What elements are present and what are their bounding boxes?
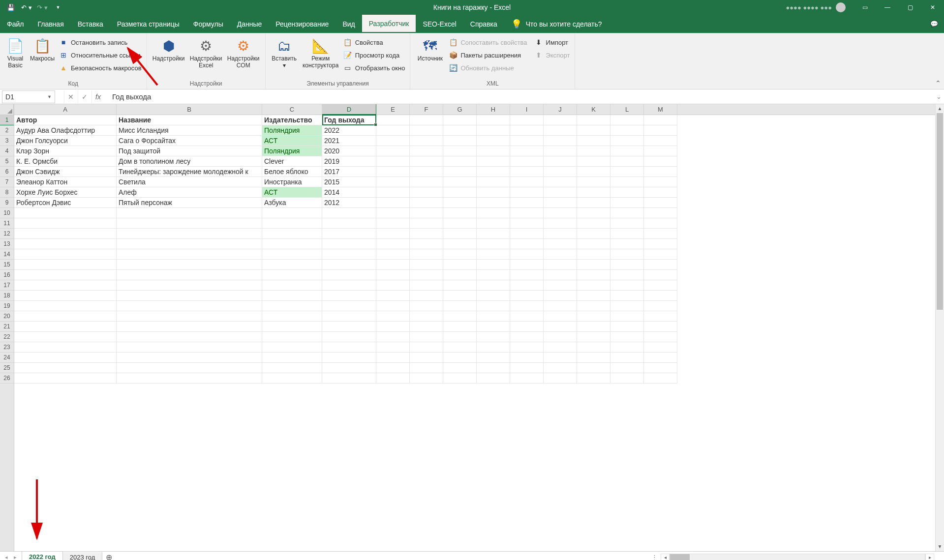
cell[interactable]: Джон Голсуорси bbox=[14, 136, 117, 146]
cell[interactable] bbox=[376, 208, 410, 218]
fx-icon[interactable]: fx bbox=[91, 90, 104, 103]
sheet-tab-2023[interactable]: 2023 год bbox=[62, 552, 103, 560]
cell[interactable] bbox=[376, 187, 410, 198]
tab-help[interactable]: Справка bbox=[463, 15, 504, 33]
cell[interactable] bbox=[410, 187, 443, 198]
cell[interactable] bbox=[577, 136, 610, 146]
cell[interactable] bbox=[322, 332, 376, 342]
cell[interactable] bbox=[644, 322, 677, 332]
tab-insert[interactable]: Вставка bbox=[71, 15, 110, 33]
cell[interactable] bbox=[443, 260, 477, 270]
cell[interactable] bbox=[610, 332, 644, 342]
cell[interactable] bbox=[376, 373, 410, 383]
cell[interactable] bbox=[322, 311, 376, 322]
cell[interactable]: Азбука bbox=[262, 198, 322, 208]
cell[interactable] bbox=[14, 249, 117, 260]
cell[interactable] bbox=[610, 353, 644, 363]
cell[interactable] bbox=[510, 115, 544, 125]
expand-formula-icon[interactable]: ⌄ bbox=[933, 93, 944, 100]
cell[interactable] bbox=[577, 353, 610, 363]
import-button[interactable]: ⬇ Импорт bbox=[532, 36, 572, 48]
row-header[interactable]: 9 bbox=[0, 198, 14, 208]
cell[interactable]: АСТ bbox=[262, 187, 322, 198]
row-header[interactable]: 12 bbox=[0, 229, 14, 239]
cell[interactable] bbox=[477, 353, 510, 363]
row-header[interactable]: 18 bbox=[0, 291, 14, 301]
sheet-tab-2022[interactable]: 2022 год bbox=[22, 552, 63, 560]
row-header[interactable]: 4 bbox=[0, 146, 14, 156]
refresh-data-button[interactable]: 🔄 Обновить данные bbox=[447, 62, 529, 74]
row-header[interactable]: 14 bbox=[0, 249, 14, 260]
cell[interactable] bbox=[117, 260, 262, 270]
row-header[interactable]: 16 bbox=[0, 270, 14, 280]
cell[interactable] bbox=[117, 249, 262, 260]
run-dialog-button[interactable]: ▭ Отобразить окно bbox=[341, 62, 407, 74]
cell[interactable] bbox=[322, 280, 376, 291]
qat-customize-icon[interactable]: ▼ bbox=[51, 0, 65, 14]
cell[interactable]: Джон Сэвидж bbox=[14, 167, 117, 177]
cell[interactable] bbox=[376, 218, 410, 229]
row-header[interactable]: 25 bbox=[0, 363, 14, 373]
row-header[interactable]: 13 bbox=[0, 239, 14, 249]
cell[interactable] bbox=[510, 218, 544, 229]
cell[interactable] bbox=[410, 198, 443, 208]
cell[interactable] bbox=[610, 301, 644, 311]
cell[interactable] bbox=[376, 260, 410, 270]
cell[interactable] bbox=[510, 373, 544, 383]
cell[interactable]: Название bbox=[117, 115, 262, 125]
cell[interactable] bbox=[577, 187, 610, 198]
cell[interactable]: Пятый персонаж bbox=[117, 198, 262, 208]
cell[interactable] bbox=[410, 177, 443, 187]
cell[interactable]: Под защитой bbox=[117, 146, 262, 156]
cell[interactable] bbox=[544, 363, 577, 373]
cell[interactable] bbox=[510, 239, 544, 249]
cell[interactable] bbox=[477, 229, 510, 239]
cell[interactable] bbox=[644, 229, 677, 239]
cell[interactable] bbox=[477, 136, 510, 146]
cell[interactable] bbox=[376, 115, 410, 125]
cell[interactable] bbox=[577, 363, 610, 373]
cell[interactable] bbox=[644, 146, 677, 156]
cell[interactable] bbox=[577, 342, 610, 353]
cell[interactable] bbox=[544, 373, 577, 383]
cell[interactable] bbox=[610, 363, 644, 373]
enter-formula-icon[interactable]: ✓ bbox=[78, 90, 91, 103]
row-header[interactable]: 19 bbox=[0, 301, 14, 311]
row-header[interactable]: 26 bbox=[0, 373, 14, 383]
cell[interactable] bbox=[14, 218, 117, 229]
cell[interactable]: Издательство bbox=[262, 115, 322, 125]
cell[interactable] bbox=[443, 187, 477, 198]
stop-recording-button[interactable]: ■ Остановить запись bbox=[57, 36, 144, 48]
cell[interactable] bbox=[544, 311, 577, 322]
cell[interactable] bbox=[117, 280, 262, 291]
column-header-C[interactable]: C bbox=[262, 104, 322, 115]
cell[interactable] bbox=[376, 177, 410, 187]
cell[interactable] bbox=[510, 311, 544, 322]
cell[interactable] bbox=[610, 322, 644, 332]
tab-seoexcel[interactable]: SEO-Excel bbox=[416, 15, 463, 33]
cell[interactable]: Автор bbox=[14, 115, 117, 125]
cell[interactable] bbox=[644, 342, 677, 353]
cell[interactable]: Иностранка bbox=[262, 177, 322, 187]
cell[interactable] bbox=[577, 332, 610, 342]
cell[interactable] bbox=[510, 146, 544, 156]
cell[interactable] bbox=[14, 311, 117, 322]
cell[interactable] bbox=[322, 270, 376, 280]
cell[interactable] bbox=[544, 177, 577, 187]
cell[interactable] bbox=[376, 280, 410, 291]
cell[interactable] bbox=[443, 115, 477, 125]
cell[interactable]: Клэр Зорн bbox=[14, 146, 117, 156]
row-header[interactable]: 22 bbox=[0, 332, 14, 342]
cell[interactable] bbox=[443, 301, 477, 311]
cell[interactable] bbox=[610, 156, 644, 167]
cell[interactable]: Робертсон Дэвис bbox=[14, 198, 117, 208]
tell-me[interactable]: 💡 Что вы хотите сделать? bbox=[506, 15, 607, 33]
cancel-formula-icon[interactable]: ✕ bbox=[64, 90, 77, 103]
redo-icon[interactable]: ↷ ▾ bbox=[35, 0, 49, 14]
cell[interactable]: К. Е. Ормсби bbox=[14, 156, 117, 167]
cell[interactable] bbox=[477, 198, 510, 208]
cell[interactable]: Элеанор Каттон bbox=[14, 177, 117, 187]
cell[interactable] bbox=[322, 363, 376, 373]
cell[interactable] bbox=[117, 353, 262, 363]
cell[interactable] bbox=[410, 136, 443, 146]
